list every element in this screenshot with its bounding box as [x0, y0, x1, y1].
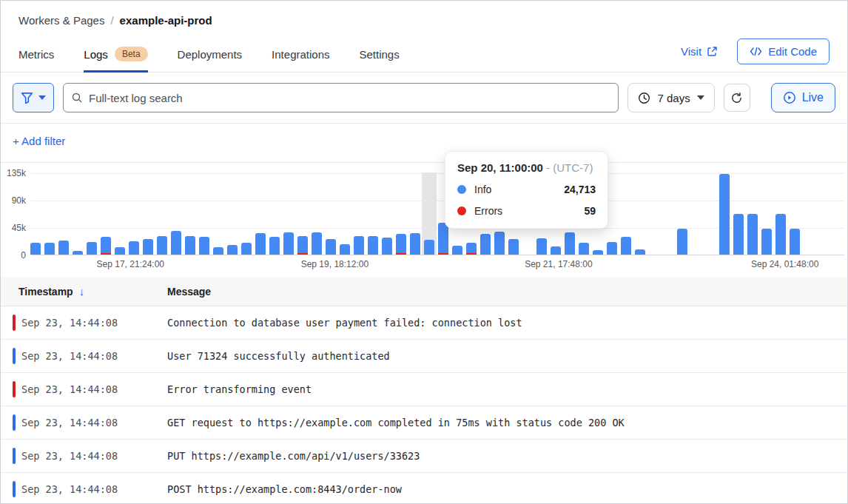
chart-bar[interactable]: [775, 214, 786, 255]
chart-bar[interactable]: [157, 236, 167, 255]
chart-bar[interactable]: [227, 245, 238, 255]
y-axis-tick: 135k: [7, 168, 26, 178]
external-link-icon: [707, 46, 718, 57]
edit-code-button[interactable]: Edit Code: [737, 38, 830, 64]
chart-bar-slot: [733, 214, 744, 255]
tab-label: Deployments: [178, 48, 243, 61]
tab-deployments[interactable]: Deployments: [178, 42, 243, 72]
time-range-dropdown[interactable]: 7 days: [627, 83, 714, 112]
chart-plot[interactable]: [30, 173, 844, 255]
chart-bar[interactable]: [368, 236, 378, 255]
chart-bar[interactable]: [466, 243, 477, 255]
chart-bar[interactable]: [87, 242, 97, 255]
tooltip-row: Info24,713: [457, 184, 596, 195]
visit-link[interactable]: Visit: [681, 45, 718, 58]
breadcrumb-section[interactable]: Workers & Pages: [18, 14, 104, 27]
chart-bar[interactable]: [494, 232, 505, 255]
search-input[interactable]: [63, 83, 619, 112]
chart-bar[interactable]: [424, 240, 434, 255]
chart-bar[interactable]: [115, 247, 125, 255]
log-row[interactable]: Sep 23, 14:44:08Connection to database u…: [1, 306, 847, 340]
chart-bar[interactable]: [44, 243, 55, 255]
chart-bar[interactable]: [241, 243, 252, 255]
chart-bar[interactable]: [551, 246, 561, 255]
chart-bar[interactable]: [185, 236, 195, 255]
chart-bar[interactable]: [312, 232, 322, 255]
log-level-indicator-info: [13, 414, 16, 431]
chart-bar-slot: [44, 243, 55, 255]
chart-bar-slot: [466, 243, 477, 255]
chart-bar[interactable]: [354, 236, 364, 255]
x-axis-tick: Sep 24, 01:48:00: [751, 259, 818, 269]
timestamp-column-header[interactable]: Timestamp ↓: [1, 285, 167, 298]
chart-bar[interactable]: [269, 237, 280, 255]
sort-descending-icon[interactable]: ↓: [79, 285, 85, 298]
chart-bar-slot: [536, 238, 547, 255]
add-filter-row: + Add filter: [1, 123, 847, 163]
chart-bar[interactable]: [101, 237, 111, 255]
tooltip-series-value: 59: [584, 205, 596, 217]
chart-bar[interactable]: [382, 238, 392, 255]
chart-bar[interactable]: [255, 233, 266, 255]
log-timestamp: Sep 23, 14:44:08: [21, 350, 167, 362]
message-column-header[interactable]: Message: [167, 286, 847, 298]
chart-bar[interactable]: [30, 243, 41, 255]
refresh-button[interactable]: [724, 84, 750, 112]
chart-bar-slot: [790, 229, 800, 255]
chart-bar[interactable]: [213, 247, 223, 255]
live-button[interactable]: Live: [771, 83, 835, 112]
chart-bar[interactable]: [326, 239, 336, 255]
chart-bar[interactable]: [410, 233, 420, 255]
chart-bar[interactable]: [593, 250, 603, 255]
log-row[interactable]: Sep 23, 14:44:08GET request to https://e…: [1, 406, 847, 440]
chart-bar[interactable]: [452, 246, 462, 255]
chart-bar[interactable]: [73, 251, 83, 255]
tab-settings[interactable]: Settings: [360, 42, 400, 72]
y-axis-tick: 45k: [12, 223, 26, 233]
chart-bar[interactable]: [677, 229, 687, 255]
chart-bar[interactable]: [579, 243, 589, 255]
chart-bar[interactable]: [719, 174, 730, 255]
chart-bar[interactable]: [607, 242, 617, 255]
filter-dropdown-button[interactable]: [13, 83, 54, 112]
chart-bar[interactable]: [283, 232, 294, 255]
breadcrumb: Workers & Pages / example-api-prod: [18, 14, 830, 27]
chart-bar[interactable]: [790, 229, 800, 255]
tab-integrations[interactable]: Integrations: [272, 42, 329, 72]
chart-bar[interactable]: [480, 234, 491, 255]
tab-metrics[interactable]: Metrics: [18, 42, 54, 72]
chart-bar[interactable]: [340, 244, 350, 255]
chart-bar[interactable]: [58, 241, 69, 255]
log-level-indicator-info: [13, 481, 16, 497]
chart-bar[interactable]: [508, 239, 519, 255]
chart-bar[interactable]: [733, 214, 744, 255]
tooltip-series-value: 24,713: [564, 184, 596, 195]
edit-code-label: Edit Code: [768, 45, 817, 58]
tab-logs[interactable]: LogsBeta: [84, 42, 147, 72]
log-message: Connection to database user_payment fail…: [167, 317, 847, 329]
chart-bar[interactable]: [297, 236, 308, 255]
chart-bar[interactable]: [171, 231, 181, 255]
chart-bar-slot: [621, 237, 631, 255]
chart-bar[interactable]: [747, 214, 758, 255]
chart-bar-slot: [438, 223, 448, 255]
chart-bar[interactable]: [536, 238, 547, 255]
add-filter-link[interactable]: + Add filter: [13, 135, 65, 147]
chart-bar[interactable]: [565, 232, 575, 255]
log-message: PUT https://example.com/api/v1/users/336…: [167, 450, 847, 462]
chart-bar[interactable]: [635, 249, 645, 255]
chart-bar[interactable]: [143, 239, 153, 255]
chart-bar[interactable]: [761, 229, 772, 255]
log-row[interactable]: Sep 23, 14:44:08User 71324 successfully …: [1, 340, 847, 373]
log-row[interactable]: Sep 23, 14:44:08POST https://example.com…: [1, 473, 847, 504]
log-timestamp: Sep 23, 14:44:08: [21, 450, 167, 462]
y-axis-tick: 0: [21, 250, 26, 261]
log-row[interactable]: Sep 23, 14:44:08Error transforming event: [1, 373, 847, 406]
chart-bar[interactable]: [396, 234, 406, 255]
chart-bar[interactable]: [129, 241, 139, 255]
chart-bar[interactable]: [621, 237, 631, 255]
chart-bar[interactable]: [199, 237, 209, 255]
chart-bar-slot: [269, 237, 280, 255]
log-row[interactable]: Sep 23, 14:44:08PUT https://example.com/…: [1, 440, 847, 473]
chart-bar[interactable]: [438, 223, 448, 255]
